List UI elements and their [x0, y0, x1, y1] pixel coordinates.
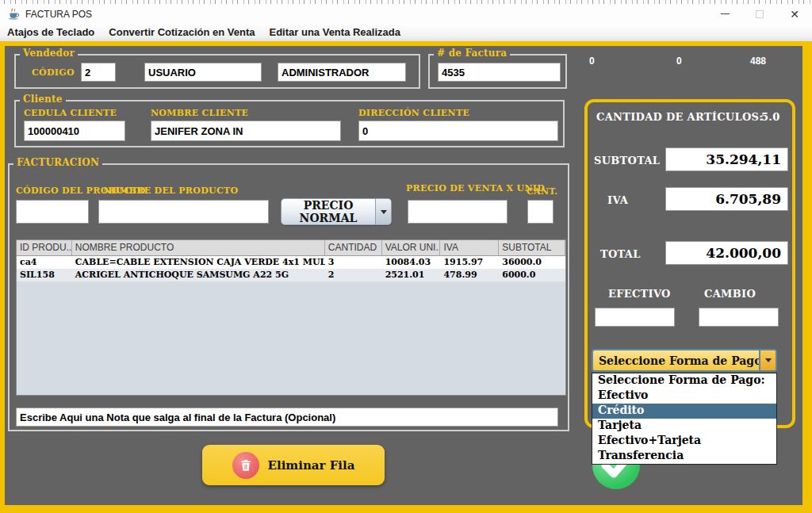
- cambio-label: CAMBIO: [704, 288, 756, 300]
- codigo-vendedor-label: CÓDIGO: [32, 67, 75, 78]
- cantidad-input[interactable]: [527, 200, 553, 224]
- codigo-producto-input[interactable]: [16, 200, 89, 224]
- rol-vendedor-input[interactable]: [278, 63, 406, 82]
- option-tarjeta[interactable]: Tarjeta: [592, 419, 776, 434]
- chevron-down-icon: [759, 350, 776, 370]
- cell-id: SIL158: [17, 269, 72, 281]
- column-header-subtotal[interactable]: SUBTOTAL: [499, 240, 565, 255]
- menu-editar-venta[interactable]: Editar una Venta Realizada: [262, 24, 408, 41]
- option-credito[interactable]: Crédito: [592, 404, 776, 419]
- vendedor-group-label: Vendedor: [20, 48, 78, 59]
- cell-subtotal: 36000.0: [499, 256, 565, 269]
- nombre-producto-input[interactable]: [98, 200, 269, 224]
- facturacion-group: FACTURACION CÓDIGO DEL PRODUCTO NOMBRE D…: [8, 163, 569, 431]
- counter-1: 0: [589, 56, 595, 67]
- total-value: 42.000,00: [665, 241, 788, 265]
- numero-factura-input[interactable]: [438, 63, 561, 82]
- tipo-precio-value: PRECIO NORMAL: [282, 199, 375, 224]
- nombre-cliente-label: NOMBRE CLIENTE: [151, 108, 248, 118]
- total-label: TOTAL: [600, 248, 641, 260]
- table-row[interactable]: SIL158 ACRIGEL ANTICHOQUE SAMSUMG A22 5G…: [17, 269, 565, 281]
- cliente-group: Cliente CEDULA CLIENTE NOMBRE CLIENTE DI…: [14, 100, 565, 147]
- nombre-cliente-input[interactable]: [151, 121, 341, 141]
- facturacion-group-label: FACTURACION: [13, 157, 102, 168]
- cell-id: ca4: [17, 256, 72, 269]
- counter-2: 0: [676, 56, 682, 67]
- direccion-cliente-label: DIRECCIÓN CLIENTE: [358, 108, 469, 118]
- direccion-cliente-input[interactable]: [358, 121, 558, 141]
- vendedor-group: Vendedor CÓDIGO: [14, 54, 420, 89]
- precio-venta-input[interactable]: [408, 200, 508, 224]
- cell-subtotal: 6000.0: [499, 269, 565, 281]
- cantidad-articulos-value: 5.0: [761, 111, 780, 123]
- forma-pago-value: Seleccione Forma de Pago:: [593, 354, 759, 367]
- cell-valor: 2521.01: [382, 269, 441, 281]
- iva-label: IVA: [607, 194, 628, 206]
- maximize-button[interactable]: [742, 4, 777, 24]
- column-header-cantidad[interactable]: CANTIDAD: [325, 240, 382, 255]
- forma-pago-dropdown: Seleccione Forma de Pago: Efectivo Crédi…: [592, 373, 777, 465]
- cant-label: CANT.: [527, 186, 557, 197]
- window-controls: ✕: [707, 4, 812, 24]
- efectivo-input[interactable]: [595, 308, 675, 327]
- java-app-icon: [7, 8, 20, 21]
- usuario-vendedor-input[interactable]: [144, 63, 262, 82]
- cliente-group-label: Cliente: [20, 94, 66, 105]
- title-bar: FACTURA POS ✕: [0, 4, 812, 24]
- factura-group: # de Factura: [428, 54, 567, 89]
- subtotal-label: SUBTOTAL: [594, 155, 660, 167]
- table-row[interactable]: ca4 CABLE=CABLE EXTENSION CAJA VERDE 4x1…: [17, 256, 565, 269]
- counter-3: 488: [750, 56, 766, 67]
- minimize-button[interactable]: [707, 4, 742, 24]
- column-header-iva[interactable]: IVA: [440, 240, 499, 255]
- close-icon: ✕: [790, 8, 799, 21]
- window-title: FACTURA POS: [25, 9, 92, 20]
- cedula-cliente-input[interactable]: [24, 121, 125, 141]
- column-header-id[interactable]: ID PRODU...: [17, 240, 72, 255]
- maximize-icon: [756, 10, 764, 18]
- cell-cantidad: 3: [325, 256, 382, 269]
- cell-iva: 1915.97: [440, 256, 499, 269]
- close-button[interactable]: ✕: [777, 4, 812, 24]
- eliminar-fila-label: Eliminar Fila: [268, 458, 355, 473]
- efectivo-label: EFECTIVO: [608, 288, 671, 300]
- cedula-cliente-label: CEDULA CLIENTE: [24, 108, 117, 118]
- iva-value: 6.705,89: [665, 187, 788, 211]
- trash-icon: [232, 452, 259, 479]
- column-header-valor[interactable]: VALOR UNI...: [382, 240, 441, 255]
- cell-iva: 478.99: [440, 269, 499, 281]
- cell-nombre: ACRIGEL ANTICHOQUE SAMSUMG A22 5G: [72, 269, 325, 281]
- cell-nombre: CABLE=CABLE EXTENSION CAJA VERDE 4x1 MUL…: [72, 256, 325, 269]
- cambio-input[interactable]: [699, 308, 779, 327]
- productos-table: ID PRODU... NOMBRE PRODUCTO CANTIDAD VAL…: [16, 239, 566, 396]
- precio-venta-label: PRECIO DE VENTA X UNID: [406, 183, 545, 193]
- forma-pago-combobox[interactable]: Seleccione Forma de Pago:: [592, 349, 777, 372]
- option-efectivo[interactable]: Efectivo: [592, 389, 776, 404]
- factura-pos-window: FACTURA POS ✕ Atajos de Teclado Converti…: [0, 0, 812, 513]
- tipo-precio-combobox[interactable]: PRECIO NORMAL: [281, 198, 392, 225]
- option-seleccione[interactable]: Seleccione Forma de Pago:: [592, 373, 776, 389]
- codigo-vendedor-input[interactable]: [81, 63, 116, 82]
- column-header-nombre[interactable]: NOMBRE PRODUCTO: [72, 240, 325, 255]
- option-efectivo-tarjeta[interactable]: Efectivo+Tarjeta: [592, 434, 776, 449]
- menu-convertir-cotizacion[interactable]: Convertir Cotización en Venta: [102, 24, 262, 41]
- eliminar-fila-button[interactable]: Eliminar Fila: [202, 445, 385, 485]
- subtotal-value: 35.294,11: [665, 147, 788, 171]
- chevron-down-icon: [375, 199, 391, 224]
- cantidad-articulos-label: CANTIDAD DE ARTÍCULOS:: [596, 111, 763, 123]
- cell-cantidad: 2: [325, 269, 382, 281]
- menu-atajos-de-teclado[interactable]: Atajos de Teclado: [0, 24, 102, 41]
- cell-valor: 10084.03: [382, 256, 441, 269]
- factura-group-label: # de Factura: [434, 48, 510, 59]
- nombre-producto-label: NOMBRE DEL PRODUCTO: [103, 186, 238, 196]
- productos-table-header: ID PRODU... NOMBRE PRODUCTO CANTIDAD VAL…: [17, 240, 565, 256]
- option-transferencia[interactable]: Transferencia: [592, 449, 776, 464]
- menu-bar: Atajos de Teclado Convertir Cotización e…: [0, 24, 812, 41]
- minimize-icon: [721, 13, 730, 14]
- nota-factura-input[interactable]: [16, 408, 558, 427]
